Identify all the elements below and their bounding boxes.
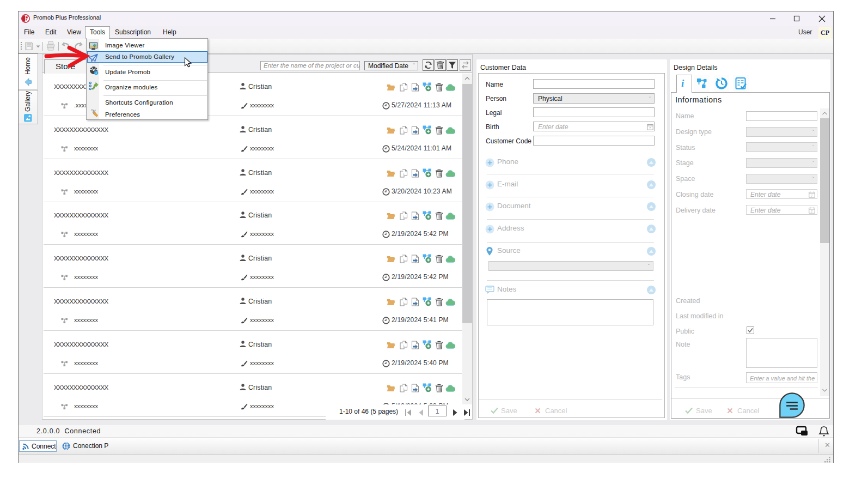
svg-text:7: 7 — [811, 210, 813, 213]
svg-text:7: 7 — [811, 194, 813, 197]
svg-text:7: 7 — [649, 126, 651, 130]
